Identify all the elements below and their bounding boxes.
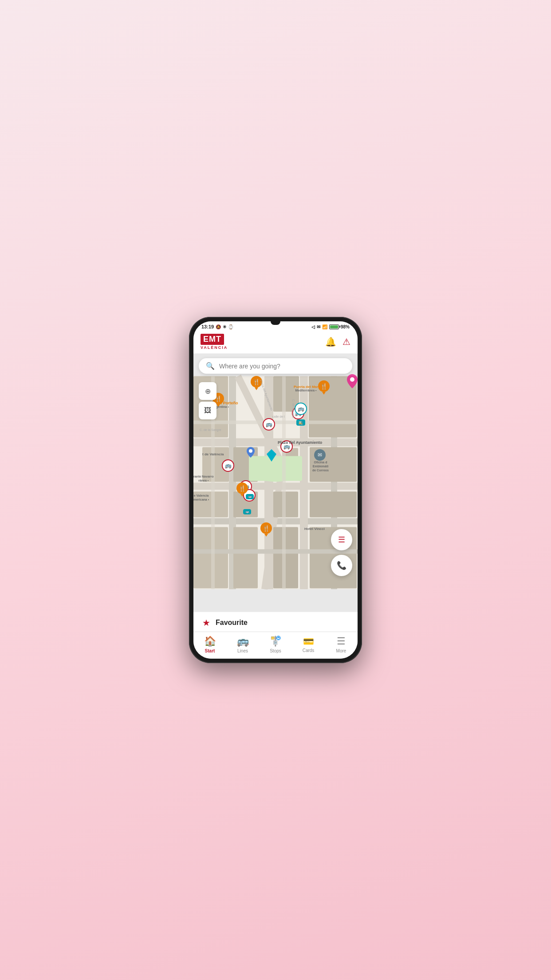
status-message-icon: ✉ <box>317 324 320 329</box>
search-input[interactable] <box>219 363 345 370</box>
nav-label-more: More <box>336 648 346 653</box>
home-icon: 🏠 <box>204 636 216 647</box>
nav-item-start[interactable]: 🏠 Start <box>193 636 226 653</box>
status-location-icon: ◁ <box>311 324 315 329</box>
nav-item-cards[interactable]: 💳 Cards <box>292 636 325 653</box>
status-left: 13:19 🔕 ✳ ⌚ <box>201 324 233 329</box>
battery-indicator <box>329 324 339 329</box>
menu-lines-icon: ☰ <box>338 535 345 545</box>
status-wifi-icon: 📶 <box>322 324 327 329</box>
metro-pin: 🚉 <box>296 419 305 426</box>
emt-logo-sub: VALÈNCIA <box>201 345 228 350</box>
emt-logo: EMT VALÈNCIA <box>201 334 228 350</box>
phone-fab-button[interactable]: 📞 <box>331 555 352 576</box>
svg-rect-22 <box>233 527 258 589</box>
notification-bell-icon[interactable]: 🔔 <box>325 336 336 347</box>
battery-percent: 98% <box>341 324 350 329</box>
app-header: EMT VALÈNCIA 🔔 ⚠ <box>193 330 358 354</box>
plaza-pin <box>267 449 276 463</box>
status-right: ◁ ✉ 📶 98% <box>311 324 350 329</box>
nav-label-cards: Cards <box>303 648 315 653</box>
place-label-puerta-mar: Puerta del Mar Mediterránea • <box>294 385 318 392</box>
place-label-oficina: Oficina d Emblemáti de Correos <box>312 460 329 472</box>
place-label-plaza: Plaza del Ayuntamiento <box>278 440 322 445</box>
bus-stop-pin-5[interactable]: 🚌 <box>222 459 234 472</box>
fab-container: ☰ 📞 <box>331 529 352 576</box>
status-time: 13:19 <box>201 324 214 329</box>
stops-icon: 🚏 <box>270 636 282 647</box>
nav-item-lines[interactable]: 🚌 Lines <box>226 636 259 653</box>
place-label-valencia: t de València <box>202 452 224 456</box>
menu-fab-button[interactable]: ☰ <box>331 529 352 550</box>
favourite-star-icon: ★ <box>202 617 210 628</box>
street-label-sangre: C. de la Sangre <box>200 428 221 431</box>
svg-rect-20 <box>310 492 357 518</box>
bottom-navigation: 🏠 Start 🚌 Lines 🚏 Stops 💳 Cards ☰ More <box>193 632 358 659</box>
bus-badge-1: 🚌 <box>246 494 254 499</box>
place-label-americana: e Valencia mericana • <box>193 494 209 502</box>
street-label-moratín: C. de Moratín <box>292 399 295 418</box>
svg-rect-27 <box>193 421 358 424</box>
bus-icon: 🚌 <box>237 636 249 647</box>
favourite-label: Favourite <box>216 619 248 627</box>
status-watch-icon: ⌚ <box>228 324 233 329</box>
phone-call-icon: 📞 <box>337 561 346 570</box>
favourite-bar[interactable]: ★ Favourite <box>193 612 358 632</box>
nav-item-more[interactable]: ☰ More <box>325 636 358 653</box>
nav-label-stops: Stops <box>270 648 281 653</box>
nav-item-stops[interactable]: 🚏 Stops <box>259 636 292 653</box>
correos-pin: ✉ <box>314 449 326 461</box>
location-pin <box>247 447 255 459</box>
map-layers-button[interactable]: 🖼 <box>199 402 216 419</box>
emt-logo-text: EMT <box>201 334 224 345</box>
nav-label-start: Start <box>205 648 215 653</box>
nav-label-lines: Lines <box>237 648 248 653</box>
status-mute-icon: 🔕 <box>216 324 221 329</box>
svg-rect-30 <box>282 376 286 589</box>
bus-stop-pin-3[interactable]: 🚌 <box>295 403 307 415</box>
search-bar[interactable]: 🔍 <box>199 358 352 374</box>
cards-icon: 💳 <box>303 636 314 647</box>
food-pin-3[interactable]: 🍴 <box>318 380 330 395</box>
bus-stop-pin-1[interactable]: 🚌 <box>263 418 275 431</box>
street-label-calle: calle de l <box>272 415 285 418</box>
food-pin-5[interactable]: 🍴 <box>260 522 272 537</box>
phone-screen: 13:19 🔕 ✳ ⌚ ◁ ✉ 📶 98% EMT VALÈNCIA <box>193 321 358 659</box>
alert-triangle-icon[interactable]: ⚠ <box>342 336 350 347</box>
pink-pin <box>347 374 358 390</box>
battery-fill <box>330 325 338 328</box>
place-label-hotel: Hotel Vincci <box>304 527 325 531</box>
map-view[interactable]: 🔍 ⊕ 🖼 🚌 🚌 🚌 🚌 🚌 🚌 🚌 🍴 🍴 <box>193 354 358 612</box>
phone-device: 13:19 🔕 ✳ ⌚ ◁ ✉ 📶 98% EMT VALÈNCIA <box>189 317 362 663</box>
svg-point-32 <box>350 377 354 382</box>
svg-point-31 <box>249 449 252 453</box>
map-controls: ⊕ 🖼 <box>199 382 216 419</box>
locate-me-button[interactable]: ⊕ <box>199 382 216 400</box>
header-actions: 🔔 ⚠ <box>325 336 350 347</box>
svg-rect-21 <box>193 527 228 589</box>
bus-badge-2: 🚌 <box>243 509 251 514</box>
place-label-rante: rante Navarro ránea • <box>193 474 214 482</box>
search-icon: 🔍 <box>206 362 215 370</box>
more-lines-icon: ☰ <box>337 636 346 647</box>
status-asterisk-icon: ✳ <box>223 324 226 329</box>
